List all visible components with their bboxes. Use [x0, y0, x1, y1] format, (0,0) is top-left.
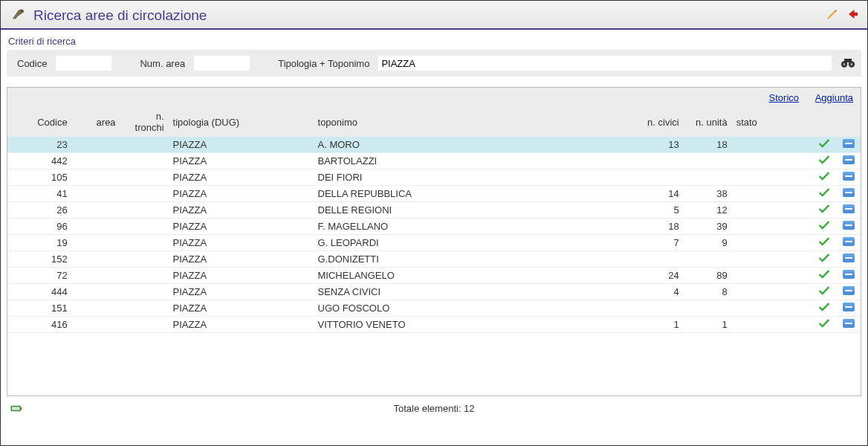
cell-unita: 12 — [684, 202, 732, 219]
table-row[interactable]: 105PIAZZADEI FIORI — [7, 169, 861, 186]
svg-rect-3 — [844, 59, 852, 62]
detail-icon[interactable] — [843, 270, 855, 279]
detail-icon[interactable] — [843, 303, 855, 311]
cell-area — [72, 169, 120, 186]
edit-icon[interactable] — [826, 7, 839, 23]
cell-codice: 96 — [7, 219, 72, 235]
table-row[interactable]: 444PIAZZASENZA CIVICI48 — [7, 284, 861, 300]
cell-civici: 13 — [635, 137, 684, 153]
storico-link[interactable]: Storico — [769, 92, 799, 103]
check-icon[interactable] — [818, 287, 830, 298]
check-icon[interactable] — [818, 189, 830, 200]
cell-toponimo: BARTOLAZZI — [314, 153, 635, 169]
cell-stato — [732, 153, 812, 169]
detail-icon[interactable] — [843, 237, 855, 246]
cell-codice: 72 — [7, 268, 72, 284]
num-area-input[interactable] — [194, 56, 250, 71]
detail-icon[interactable] — [843, 188, 855, 197]
table-row[interactable]: 152PIAZZAG.DONIZETTI — [7, 251, 861, 268]
detail-icon[interactable] — [843, 172, 855, 181]
table-row[interactable]: 151PIAZZAUGO FOSCOLO — [7, 300, 861, 317]
col-header-unita[interactable]: n. unità — [684, 108, 732, 137]
check-icon[interactable] — [818, 303, 830, 314]
cell-toponimo: F. MAGELLANO — [314, 219, 635, 235]
table-header-row: Codice area n. tronchi tipologia (DUG) t… — [7, 108, 861, 137]
col-header-toponimo[interactable]: toponimo — [314, 108, 635, 137]
table-row[interactable]: 72PIAZZAMICHELANGELO2489 — [7, 268, 861, 284]
table-row[interactable]: 19PIAZZAG. LEOPARDI79 — [7, 235, 861, 251]
table-row[interactable]: 442PIAZZABARTOLAZZI — [7, 153, 861, 169]
cell-tronchi — [120, 202, 169, 219]
tipologia-toponimo-input[interactable] — [378, 56, 832, 71]
cell-codice: 41 — [7, 186, 72, 202]
col-header-stato[interactable]: stato — [732, 108, 812, 137]
cell-unita — [684, 300, 732, 317]
col-header-tronchi[interactable]: n. tronchi — [120, 108, 169, 137]
cell-area — [72, 268, 120, 284]
codice-label: Codice — [17, 58, 47, 69]
check-icon[interactable] — [818, 140, 830, 151]
col-header-action1 — [812, 108, 836, 137]
cell-civici — [635, 251, 684, 268]
col-header-codice[interactable]: Codice — [7, 108, 72, 137]
cell-stato — [732, 202, 812, 219]
cell-tipologia: PIAZZA — [169, 137, 314, 153]
cell-tipologia: PIAZZA — [169, 317, 314, 333]
check-icon[interactable] — [818, 156, 830, 167]
cell-toponimo: MICHELANGELO — [314, 268, 635, 284]
cell-codice: 26 — [7, 202, 72, 219]
check-icon[interactable] — [818, 254, 830, 265]
cell-area — [72, 300, 120, 317]
cell-civici — [635, 300, 684, 317]
table-row[interactable]: 41PIAZZADELLA REPUBBLICA1438 — [7, 186, 861, 202]
aggiunta-link[interactable]: Aggiunta — [815, 92, 853, 103]
cell-tronchi — [120, 219, 169, 235]
table-row[interactable]: 23PIAZZAA. MORO1318 — [7, 137, 861, 153]
cell-toponimo: G. LEOPARDI — [314, 235, 635, 251]
col-header-area[interactable]: area — [72, 108, 120, 137]
check-icon[interactable] — [818, 222, 830, 233]
col-header-tipologia[interactable]: tipologia (DUG) — [169, 108, 314, 137]
cell-tipologia: PIAZZA — [169, 300, 314, 317]
table-row[interactable]: 26PIAZZADELLE REGIONI512 — [7, 202, 861, 219]
check-icon[interactable] — [818, 238, 830, 249]
cell-stato — [732, 300, 812, 317]
cell-tronchi — [120, 153, 169, 169]
cell-area — [72, 251, 120, 268]
cell-unita: 8 — [684, 284, 732, 300]
cell-stato — [732, 284, 812, 300]
page-header: Ricerca aree di circolazione — [1, 1, 867, 30]
cell-unita: 89 — [684, 268, 732, 284]
check-icon[interactable] — [818, 172, 830, 184]
check-icon[interactable] — [818, 205, 830, 216]
cell-unita: 1 — [684, 317, 732, 333]
page-title: Ricerca aree di circolazione — [33, 7, 826, 24]
table-row[interactable]: 416PIAZZAVITTORIO VENETO11 — [7, 317, 861, 333]
cell-toponimo: UGO FOSCOLO — [314, 300, 635, 317]
back-arrow-icon[interactable] — [846, 7, 860, 23]
svg-point-4 — [843, 62, 845, 65]
cell-civici: 14 — [635, 186, 684, 202]
detail-icon[interactable] — [843, 286, 855, 295]
binoculars-icon[interactable] — [841, 56, 855, 71]
tipologia-toponimo-label: Tipologia + Toponimo — [278, 58, 369, 69]
total-count-label: Totale elementi: 12 — [1, 403, 867, 414]
cell-area — [72, 317, 120, 333]
cell-codice: 152 — [7, 251, 72, 268]
codice-input[interactable] — [56, 56, 111, 71]
detail-icon[interactable] — [843, 319, 855, 328]
detail-icon[interactable] — [843, 204, 855, 213]
table-row[interactable]: 96PIAZZAF. MAGELLANO1839 — [7, 219, 861, 235]
cell-tipologia: PIAZZA — [169, 153, 314, 169]
detail-icon[interactable] — [843, 139, 855, 148]
cell-area — [72, 284, 120, 300]
col-header-civici[interactable]: n. civici — [635, 108, 684, 137]
cell-toponimo: G.DONIZETTI — [314, 251, 635, 268]
cell-area — [72, 153, 120, 169]
detail-icon[interactable] — [843, 253, 855, 262]
detail-icon[interactable] — [843, 155, 855, 164]
detail-icon[interactable] — [843, 221, 855, 230]
check-icon[interactable] — [818, 271, 830, 282]
check-icon[interactable] — [818, 320, 830, 331]
table-toolbar: Storico Aggiunta — [7, 88, 861, 108]
